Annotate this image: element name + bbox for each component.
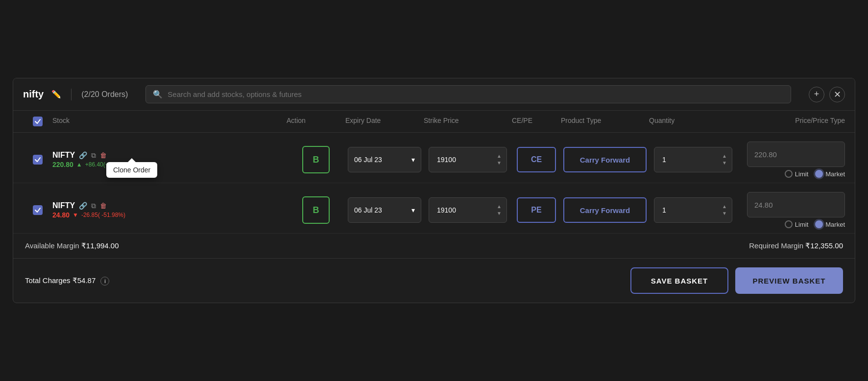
col-qty: Quantity <box>649 117 737 126</box>
row1-stock-name: NIFTY <box>52 151 75 160</box>
row1-limit-option[interactable]: Limit <box>785 170 808 178</box>
row2-checkbox[interactable] <box>33 205 43 215</box>
row2-link-icon[interactable]: 🔗 <box>79 202 87 210</box>
header-actions: + ✕ <box>809 87 845 102</box>
row1-strike-up[interactable]: ▲ <box>496 153 503 159</box>
row2-clone-icon[interactable]: ⧉ <box>91 202 96 210</box>
row2-ce-pe-button[interactable]: PE <box>517 197 556 223</box>
row1-qty-spinners: ▲ ▼ <box>721 153 728 166</box>
row1-delete-icon[interactable]: 🗑 <box>100 151 107 159</box>
row1-ce-pe-button[interactable]: CE <box>517 147 556 172</box>
save-basket-button[interactable]: SAVE BASKET <box>630 267 728 294</box>
row1-price-col: 220.80 Limit Market <box>737 142 845 178</box>
row1-strike-spinners: ▲ ▼ <box>496 153 503 166</box>
row2-market-option[interactable]: Market <box>815 220 845 228</box>
row1-arrow-up: ▲ <box>76 161 82 168</box>
row2-buy-button[interactable]: B <box>302 196 330 224</box>
row2-price-col: 24.80 Limit Market <box>737 192 845 228</box>
order-row-1: NIFTY 🔗 ⧉ 🗑 220.80 ▲ +86.40(+ 64.29%) Cl… <box>13 133 855 183</box>
checkbox-header <box>23 117 52 126</box>
orders-count: (2/20 Orders) <box>81 90 128 99</box>
row1-qty-up[interactable]: ▲ <box>721 153 728 159</box>
row1-buy-button[interactable]: B <box>302 146 330 173</box>
row1-clone-icon[interactable]: ⧉ <box>91 151 96 160</box>
row1-product-cell: Carry Forward <box>561 147 649 172</box>
preview-basket-button[interactable]: PREVIEW BASKET <box>735 267 843 294</box>
clone-order-tooltip: Clone Order <box>106 162 157 178</box>
row2-strike-cell: 19100 ▲ ▼ <box>424 197 512 223</box>
col-action: Action <box>287 117 345 126</box>
row2-limit-radio[interactable] <box>785 220 793 228</box>
row1-link-icon[interactable]: 🔗 <box>79 151 87 159</box>
row1-price-row: 220.80 ▲ +86.40(+ 64.29%) <box>52 161 287 168</box>
row2-carry-forward-button[interactable]: Carry Forward <box>563 197 647 223</box>
row2-action-cell: B <box>287 196 345 224</box>
row2-expiry-cell: 06 Jul 23 ▾ <box>345 197 424 223</box>
row2-strike-down[interactable]: ▼ <box>496 211 503 216</box>
row2-checkbox-cell <box>23 205 52 215</box>
row1-stock-cell: NIFTY 🔗 ⧉ 🗑 220.80 ▲ +86.40(+ 64.29%) Cl… <box>52 151 287 168</box>
row2-stock-cell: NIFTY 🔗 ⧉ 🗑 24.80 ▼ -26.85( -51.98%) <box>52 201 287 219</box>
select-all-checkbox[interactable] <box>33 117 43 126</box>
header-divider <box>71 89 72 100</box>
bottom-actions: SAVE BASKET PREVIEW BASKET <box>630 267 843 294</box>
add-button[interactable]: + <box>809 87 824 102</box>
search-bar[interactable]: 🔍 <box>145 85 791 103</box>
basket-title: nifty <box>23 89 44 100</box>
row2-expiry-select[interactable]: 06 Jul 23 ▾ <box>348 197 421 223</box>
row2-price: 24.80 <box>52 211 70 219</box>
row1-price-type-row: Limit Market <box>785 170 845 178</box>
row1-market-option[interactable]: Market <box>815 170 845 178</box>
available-margin: Available Margin ₹11,994.00 <box>25 241 119 250</box>
row1-expiry-cell: 06 Jul 23 ▾ <box>345 147 424 172</box>
row2-qty-up[interactable]: ▲ <box>721 204 728 210</box>
row2-qty-cell: 1 ▲ ▼ <box>649 197 737 223</box>
col-price: Price/Price Type <box>737 117 845 126</box>
close-button[interactable]: ✕ <box>829 87 845 102</box>
row2-strike-spinners: ▲ ▼ <box>496 204 503 216</box>
row2-cepe-cell: PE <box>512 197 561 223</box>
row2-price-input[interactable]: 24.80 <box>747 192 845 217</box>
margin-row: Available Margin ₹11,994.00 Required Mar… <box>13 234 855 259</box>
row1-qty-cell: 1 ▲ ▼ <box>649 147 737 172</box>
row2-product-cell: Carry Forward <box>561 197 649 223</box>
row1-stock-name-row: NIFTY 🔗 ⧉ 🗑 <box>52 151 287 160</box>
row2-delete-icon[interactable]: 🗑 <box>100 202 107 210</box>
row2-limit-option[interactable]: Limit <box>785 220 808 228</box>
row1-carry-forward-button[interactable]: Carry Forward <box>563 147 647 172</box>
row1-qty-down[interactable]: ▼ <box>721 160 728 166</box>
header: nifty ✏️ (2/20 Orders) 🔍 + ✕ <box>13 78 855 111</box>
row2-strike-up[interactable]: ▲ <box>496 204 503 210</box>
table-header: Stock Action Expiry Date Strike Price CE… <box>13 111 855 133</box>
row2-quantity-input[interactable]: 1 ▲ ▼ <box>654 197 732 223</box>
row2-change: -26.85( -51.98%) <box>81 212 125 218</box>
search-input[interactable] <box>168 90 784 98</box>
row1-action-cell: B <box>287 146 345 173</box>
row1-market-radio[interactable] <box>815 170 823 178</box>
row1-cepe-cell: CE <box>512 147 561 172</box>
row1-checkbox[interactable] <box>33 155 43 165</box>
row1-expiry-select[interactable]: 06 Jul 23 ▾ <box>348 147 421 172</box>
row1-strike-input[interactable]: 19100 ▲ ▼ <box>429 147 507 172</box>
row2-stock-name-row: NIFTY 🔗 ⧉ 🗑 <box>52 201 287 210</box>
col-strike: Strike Price <box>424 117 512 126</box>
col-expiry: Expiry Date <box>345 117 424 126</box>
row2-stock-name: NIFTY <box>52 201 75 210</box>
col-product: Product Type <box>561 117 649 126</box>
row1-price-input[interactable]: 220.80 <box>747 142 845 167</box>
total-charges: Total Charges ₹54.87 i <box>25 276 109 286</box>
row2-qty-spinners: ▲ ▼ <box>721 204 728 216</box>
row1-strike-down[interactable]: ▼ <box>496 160 503 166</box>
charges-info-icon[interactable]: i <box>100 277 109 286</box>
row2-strike-input[interactable]: 19100 ▲ ▼ <box>429 197 507 223</box>
bottom-bar: Total Charges ₹54.87 i SAVE BASKET PREVI… <box>13 259 855 303</box>
row2-market-radio[interactable] <box>815 220 823 228</box>
row2-qty-down[interactable]: ▼ <box>721 211 728 216</box>
row2-price-type-row: Limit Market <box>785 220 845 228</box>
row2-price-row: 24.80 ▼ -26.85( -51.98%) <box>52 211 287 219</box>
row1-strike-cell: 19100 ▲ ▼ <box>424 147 512 172</box>
edit-icon[interactable]: ✏️ <box>51 90 61 99</box>
row1-quantity-input[interactable]: 1 ▲ ▼ <box>654 147 732 172</box>
row1-limit-radio[interactable] <box>785 170 793 178</box>
order-row-2: NIFTY 🔗 ⧉ 🗑 24.80 ▼ -26.85( -51.98%) B 0… <box>13 183 855 234</box>
